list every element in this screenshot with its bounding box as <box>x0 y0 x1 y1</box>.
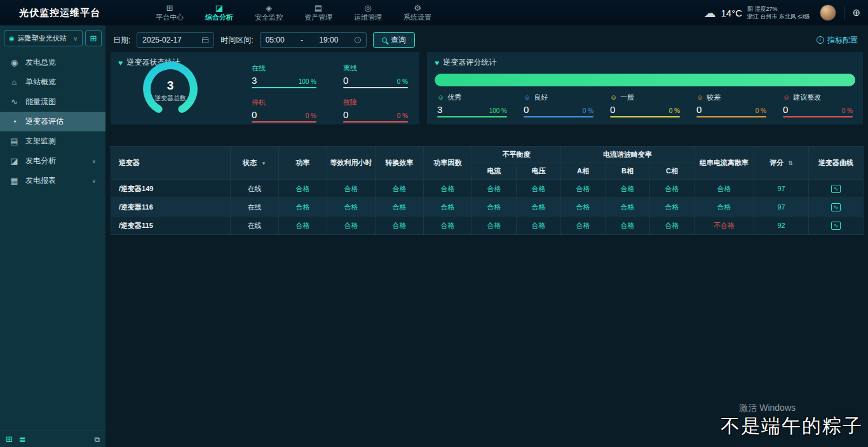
report-icon: ▦ <box>10 176 19 185</box>
sidebar-menu: ◉ 发电总览 ⌂ 单站概览 ∿ 能量流图 ◔ 逆变器评估 ▤ 支架监测 ◪ 发电… <box>0 53 105 190</box>
window-restore-icon[interactable]: ⧉ <box>94 435 100 444</box>
sidebar-item-generation-report[interactable]: ▦ 发电报表 ∨ <box>0 171 105 190</box>
stat-label: 在线 <box>252 63 316 73</box>
metric-config-link[interactable]: i 指标配置 <box>817 35 860 46</box>
apps-grid-icon[interactable]: ⊞ <box>6 434 13 444</box>
date-input[interactable]: 2025-02-17 <box>137 32 214 48</box>
search-button[interactable]: 查询 <box>373 32 415 48</box>
phase-c-cell: 合格 <box>650 217 695 235</box>
station-select[interactable]: ◉ 运隆塑业光伏站 ∨ <box>4 30 83 46</box>
col-string-dispersion: 组串电流离散率 <box>695 147 754 180</box>
sidebar-item-label: 逆变器评估 <box>25 116 64 127</box>
stat-value: 0 <box>610 104 615 115</box>
search-icon <box>382 37 387 43</box>
sidebar-item-label: 单站概览 <box>25 77 56 88</box>
voltage-cell: 合格 <box>517 180 561 198</box>
col-current: 电流 <box>472 163 517 180</box>
station-name: 运隆塑业光伏站 <box>18 34 67 43</box>
stat-percent: 0 % <box>583 107 593 114</box>
user-avatar[interactable] <box>820 4 836 21</box>
stat-underline <box>524 116 593 117</box>
inverter-table-wrap: 逆变器 状态 ▼ 功率 等效利用小时 转换效率 功率因数 不平衡度 电流谐波畸变… <box>111 146 863 235</box>
sidebar-item-generation-analysis[interactable]: ◪ 发电分析 ∨ <box>0 151 105 171</box>
weather-details: 阴 湿度27% 浙江 台州市 东北风 ≤3级 <box>747 5 810 20</box>
sidebar-item-energy-flow[interactable]: ∿ 能量流图 <box>0 92 105 112</box>
inverter-curve-icon[interactable]: ∿ <box>831 203 841 211</box>
list-tree-icon[interactable]: ≣ <box>19 434 26 444</box>
nav-system-settings[interactable]: ⚙ 系统设置 <box>400 3 435 23</box>
efficiency-cell: 合格 <box>376 180 424 198</box>
date-value: 2025-02-17 <box>142 36 181 44</box>
stat-label: 良好 <box>534 93 548 102</box>
stat-percent: 0 % <box>756 107 766 114</box>
date-label: 日期: <box>113 35 130 46</box>
metric-config-label: 指标配置 <box>827 35 858 46</box>
energy-flow-icon: ∿ <box>10 97 19 107</box>
phase-a-cell: 合格 <box>561 198 606 217</box>
bracket-icon: ▤ <box>10 137 19 146</box>
nav-label: 安全监控 <box>255 13 283 22</box>
inverter-name-cell: /逆变器149 <box>111 180 231 198</box>
search-button-label: 查询 <box>391 35 406 46</box>
power-cell: 合格 <box>279 180 327 198</box>
col-power: 功率 <box>279 147 327 180</box>
phase-c-cell: 合格 <box>650 198 695 217</box>
inverter-icon: ◔ <box>10 117 19 126</box>
nav-label: 资产管理 <box>304 13 332 22</box>
time-range-input[interactable]: 05:00 - 19:00 <box>260 32 367 48</box>
nav-security-monitor[interactable]: ◈ 安全监控 <box>252 3 286 23</box>
inverter-curve-icon[interactable]: ∿ <box>831 185 841 193</box>
phase-b-cell: 合格 <box>606 217 650 235</box>
col-phase-a: A相 <box>561 163 606 180</box>
score-progress-bar <box>435 74 855 86</box>
time-separator: - <box>301 36 303 44</box>
inverter-name-cell: /逆变器115 <box>111 217 231 235</box>
dispersion-cell: 不合格 <box>695 217 754 235</box>
filter-funnel-icon[interactable]: ▼ <box>261 161 266 166</box>
score-stat-excellent: ☺ 优秀 3 100 % <box>437 93 507 117</box>
time-end-value: 19:00 <box>319 36 338 44</box>
location-pin-icon: ◉ <box>9 35 15 42</box>
stat-underline <box>696 116 766 117</box>
station-grid-button[interactable]: ⊞ <box>85 30 102 46</box>
sidebar-item-generation-overview[interactable]: ◉ 发电总览 <box>0 53 105 72</box>
overview-icon: ◉ <box>10 58 19 67</box>
sidebar-item-label: 发电总览 <box>25 57 56 68</box>
sidebar-item-label: 能量流图 <box>25 97 56 107</box>
globe-icon[interactable]: ⊕ <box>852 7 860 18</box>
video-watermark-text: 不是端午的粽子 <box>721 413 863 439</box>
asset-icon: ▤ <box>315 4 322 12</box>
top-nav: ⊞ 平台中心 ◪ 综合分析 ◈ 安全监控 ▤ 资产管理 ◎ 运维管理 ⚙ 系统设… <box>153 3 435 23</box>
stat-label: 停机 <box>252 98 316 107</box>
stat-underline <box>252 87 316 88</box>
stat-percent: 100 % <box>489 107 507 114</box>
efficiency-cell: 合格 <box>376 198 424 217</box>
power-cell: 合格 <box>279 198 327 217</box>
sidebar-item-label: 发电分析 <box>25 156 56 166</box>
calendar-icon <box>202 37 208 43</box>
sidebar-item-inverter-evaluation[interactable]: ◔ 逆变器评估 <box>0 112 105 131</box>
voltage-cell: 合格 <box>517 198 561 217</box>
score-stats-grid: ☺ 优秀 3 100 % ☺ 良好 <box>427 86 863 117</box>
nav-comprehensive-analysis[interactable]: ◪ 综合分析 <box>202 3 236 23</box>
stat-underline <box>343 121 408 123</box>
nav-asset-management[interactable]: ▤ 资产管理 <box>301 3 336 23</box>
nav-label: 平台中心 <box>156 13 184 22</box>
heart-icon: ♥ <box>118 58 123 67</box>
status-stat-online: 在线 3 100 % <box>252 63 316 88</box>
sidebar-item-station-overview[interactable]: ⌂ 单站概览 <box>0 72 105 92</box>
inverter-curve-icon[interactable]: ∿ <box>831 222 841 230</box>
nav-platform-center[interactable]: ⊞ 平台中心 <box>153 3 187 23</box>
hours-cell: 合格 <box>327 217 376 235</box>
score-cell: 97 <box>754 198 809 217</box>
chevron-down-icon: ∨ <box>92 178 96 184</box>
inverter-status-panel: ♥ 逆变器状态统计 3 逆变 <box>111 52 419 124</box>
power-factor-cell: 合格 <box>424 198 472 217</box>
stat-percent: 0 % <box>842 107 853 114</box>
sidebar-item-bracket-monitor[interactable]: ▤ 支架监测 <box>0 131 105 151</box>
nav-ops-management[interactable]: ◎ 运维管理 <box>351 3 385 23</box>
heart-icon: ♥ <box>435 58 439 67</box>
sort-icon[interactable]: ⇅ <box>788 160 793 166</box>
col-group-unbalance: 不平衡度 <box>472 147 561 163</box>
stat-underline <box>610 116 680 117</box>
